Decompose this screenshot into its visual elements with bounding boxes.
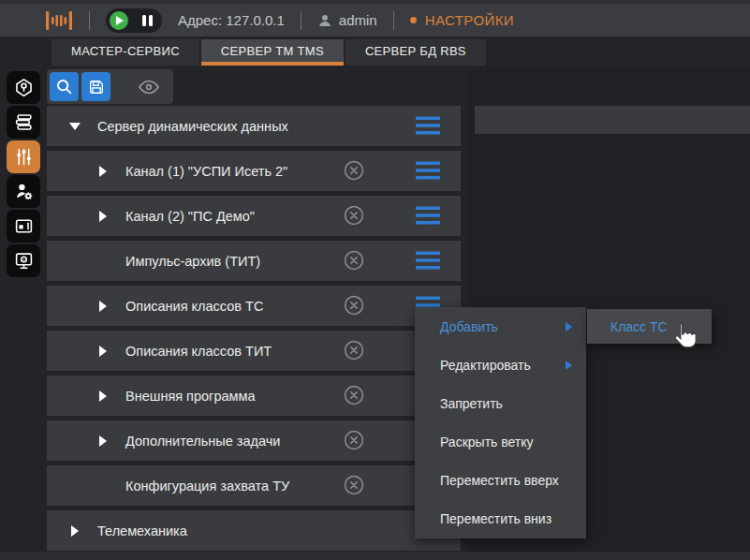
detail-panel-header	[475, 106, 750, 134]
tree-row[interactable]: Описания классов ТС	[47, 286, 461, 326]
remove-node-icon[interactable]	[344, 160, 364, 181]
context-menu-item[interactable]: Редактировать	[415, 346, 586, 384]
topbar-divider	[89, 11, 90, 30]
card-icon	[14, 216, 34, 236]
tree-node-label: Канал (2) "ПС Демо"	[125, 209, 255, 224]
tree-row[interactable]: Канал (2) "ПС Демо"	[47, 196, 461, 236]
tree-node-label: Канал (1) "УСПИ Исеть 2"	[125, 164, 287, 179]
tree-node-label: Описания классов ТС	[125, 299, 263, 314]
tab-server-db-rbs[interactable]: СЕРВЕР БД RBS	[346, 39, 486, 66]
user-gear-icon	[14, 182, 34, 201]
context-menu-item-label: Переместить вниз	[440, 511, 551, 526]
tree-row[interactable]: Описания классов ТИТ	[47, 331, 461, 371]
sidebar-item-users[interactable]	[7, 175, 40, 208]
tab-server-tm-tms[interactable]: СЕРВЕР ТМ TMS	[201, 39, 344, 66]
expand-spacer	[96, 256, 110, 267]
submenu-item-class-tc[interactable]: Класс ТС	[610, 319, 668, 334]
remove-node-icon[interactable]	[344, 295, 364, 316]
settings-label: НАСТРОЙКИ	[425, 12, 514, 28]
sidebar-item-configuration[interactable]	[7, 140, 40, 173]
context-menu: ДобавитьРедактироватьЗапретитьРаскрыть в…	[415, 307, 586, 538]
submenu-arrow-icon	[566, 322, 572, 332]
tree-node-label: Дополнительные задачи	[125, 434, 280, 449]
visibility-toggle[interactable]	[138, 79, 160, 96]
sidebar-item-display[interactable]	[7, 244, 40, 277]
mouse-cursor-pointer	[670, 321, 699, 357]
sidebar-item-data-stack[interactable]	[7, 106, 40, 139]
monitor-eye-icon	[14, 251, 34, 271]
search-icon	[55, 78, 73, 96]
tab-master-service[interactable]: МАСТЕР-СЕРВИС	[51, 39, 199, 66]
eye-icon	[138, 79, 160, 96]
context-menu-item-label: Раскрыть ветку	[440, 435, 534, 449]
save-button[interactable]	[81, 72, 110, 101]
sidebar-item-panels[interactable]	[7, 210, 40, 243]
topbar-divider	[393, 11, 394, 30]
expand-arrow-icon[interactable]	[96, 435, 110, 447]
remove-node-icon[interactable]	[344, 475, 364, 495]
app-logo-icon	[45, 10, 73, 31]
tab-strip: МАСТЕР-СЕРВИС СЕРВЕР ТМ TMS СЕРВЕР БД RB…	[51, 39, 486, 66]
top-bar: Адрес: 127.0.0.1 admin НАСТРОЙКИ	[0, 4, 750, 37]
tree-row[interactable]: Внешняя программа	[47, 376, 461, 416]
expand-arrow-icon[interactable]	[67, 525, 82, 537]
remove-node-icon[interactable]	[344, 250, 364, 271]
sidebar-item-security[interactable]	[7, 71, 40, 104]
tree-node-label: Описания классов ТИТ	[125, 344, 272, 359]
tree-row[interactable]: Сервер динамических данных	[47, 106, 461, 146]
tree-row[interactable]: Дополнительные задачи	[47, 420, 461, 461]
tree-row[interactable]: Канал (1) "УСПИ Исеть 2"	[47, 151, 461, 191]
submenu-arrow-icon	[566, 361, 572, 370]
save-icon	[88, 79, 105, 96]
server-address-label: Адрес: 127.0.0.1	[178, 12, 285, 28]
pause-icon[interactable]	[142, 15, 153, 26]
tree-node-label: Телемеханика	[97, 523, 187, 538]
row-menu-button[interactable]	[416, 161, 440, 180]
play-icon[interactable]	[110, 11, 128, 30]
user-name-label: admin	[339, 12, 377, 28]
tree-row[interactable]: Конфигурация захвата ТУ	[47, 465, 461, 506]
tree-row[interactable]: Импульс-архив (ТИТ)	[47, 241, 461, 281]
run-state-toggle[interactable]	[106, 8, 162, 33]
context-menu-item-label: Редактировать	[440, 358, 531, 373]
context-menu-item[interactable]: Переместить вниз	[415, 500, 586, 538]
context-menu-item[interactable]: Запретить	[415, 384, 586, 422]
topbar-divider	[301, 11, 301, 30]
row-menu-button[interactable]	[416, 251, 440, 270]
expand-arrow-icon[interactable]	[96, 391, 110, 402]
tree-node-label: Конфигурация захвата ТУ	[125, 479, 289, 494]
context-menu-item-label: Добавить	[440, 319, 498, 334]
badge-icon	[14, 78, 34, 97]
remove-node-icon[interactable]	[344, 430, 364, 450]
row-menu-button[interactable]	[416, 116, 440, 135]
context-menu-item[interactable]: Переместить вверх	[415, 462, 586, 500]
row-menu-button[interactable]	[416, 206, 440, 225]
tree-node-label: Сервер динамических данных	[97, 119, 288, 134]
tree-row[interactable]: Телемеханика	[47, 510, 461, 551]
expand-arrow-icon[interactable]	[96, 166, 110, 177]
expand-arrow-icon[interactable]	[96, 211, 110, 222]
tree-node-label: Внешняя программа	[125, 389, 256, 404]
context-menu-item-label: Запретить	[440, 396, 503, 411]
expand-arrow-icon[interactable]	[96, 346, 110, 357]
user-icon	[317, 13, 332, 28]
remove-node-icon[interactable]	[344, 385, 364, 405]
context-menu-item[interactable]: Добавить	[415, 307, 586, 346]
context-menu-item-label: Переместить вверх	[440, 473, 559, 488]
remove-node-icon[interactable]	[344, 205, 364, 226]
expand-spacer	[96, 480, 110, 492]
user-menu[interactable]: admin	[317, 12, 377, 28]
window-bottom-edge	[0, 552, 750, 560]
expand-arrow-icon[interactable]	[67, 123, 82, 130]
sliders-icon	[14, 147, 34, 167]
tree-toolbar	[47, 69, 173, 104]
search-button[interactable]	[50, 72, 79, 101]
remove-node-icon[interactable]	[344, 340, 364, 361]
context-menu-item[interactable]: Раскрыть ветку	[415, 423, 586, 462]
expand-arrow-icon[interactable]	[96, 301, 110, 312]
tree-node-label: Импульс-архив (ТИТ)	[125, 254, 260, 269]
active-section-dot-icon	[410, 17, 417, 23]
stack-icon	[14, 112, 34, 132]
settings-nav-item[interactable]: НАСТРОЙКИ	[410, 12, 514, 28]
